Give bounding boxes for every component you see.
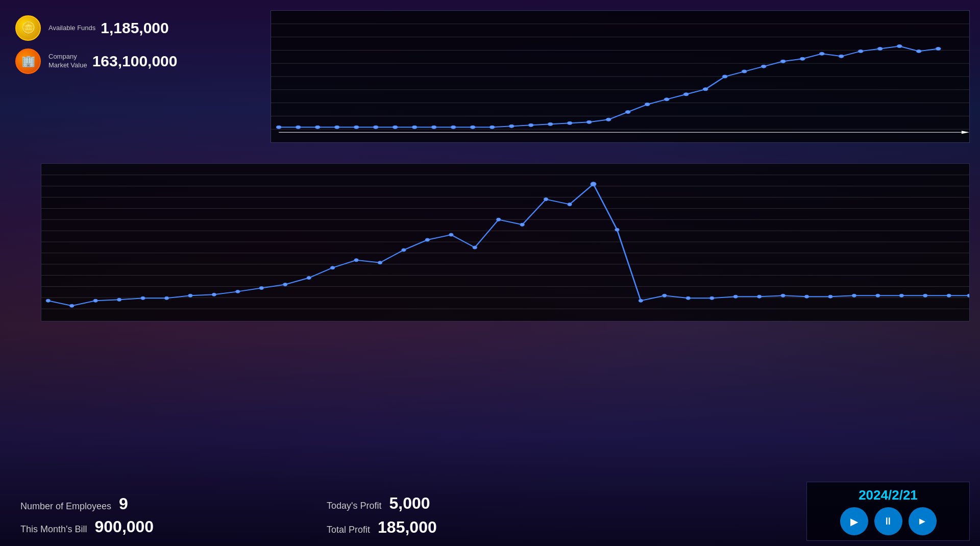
svg-point-40 bbox=[839, 55, 844, 58]
svg-point-19 bbox=[432, 126, 436, 129]
svg-point-97 bbox=[947, 294, 951, 297]
next-icon: ► bbox=[917, 515, 927, 527]
svg-point-38 bbox=[800, 57, 805, 60]
svg-point-65 bbox=[188, 294, 192, 297]
svg-point-89 bbox=[757, 295, 762, 298]
svg-point-28 bbox=[606, 118, 611, 121]
bottom-right-panel: 2024/2/21 ▶ ⏸ ► bbox=[806, 482, 970, 541]
svg-point-44 bbox=[917, 49, 921, 53]
svg-point-81 bbox=[568, 203, 572, 206]
svg-point-70 bbox=[307, 277, 311, 280]
todays-profit-label: Today's Profit bbox=[327, 501, 381, 511]
next-button[interactable]: ► bbox=[909, 507, 937, 535]
svg-point-64 bbox=[165, 296, 169, 300]
svg-point-95 bbox=[899, 294, 903, 297]
total-profit-row: Total Profit 185,000 bbox=[327, 518, 531, 537]
market-value-content: CompanyMarket Value 163,100,000 bbox=[48, 53, 177, 70]
employees-value: 9 bbox=[119, 494, 128, 513]
svg-point-79 bbox=[520, 223, 524, 226]
svg-point-92 bbox=[828, 295, 832, 298]
employees-label: Number of Employees bbox=[20, 501, 111, 512]
company-market-value: 163,100,000 bbox=[92, 53, 178, 70]
svg-point-42 bbox=[878, 47, 883, 50]
monthly-bill-row: This Month's Bill 900,000 bbox=[20, 517, 225, 536]
top-left-panel: 🪙 Available Funds 1,185,000 🏢 CompanyMar… bbox=[10, 10, 260, 87]
svg-point-98 bbox=[967, 294, 969, 297]
svg-point-94 bbox=[876, 294, 880, 297]
svg-point-35 bbox=[742, 70, 747, 73]
svg-point-13 bbox=[315, 126, 320, 129]
control-buttons: ▶ ⏸ ► bbox=[840, 507, 937, 535]
top-chart-svg bbox=[271, 11, 969, 142]
svg-point-61 bbox=[93, 299, 97, 302]
svg-point-69 bbox=[283, 283, 287, 286]
svg-point-16 bbox=[374, 126, 378, 129]
todays-profit-row: Today's Profit 5,000 bbox=[327, 494, 531, 513]
svg-point-41 bbox=[859, 49, 863, 53]
svg-marker-10 bbox=[962, 131, 969, 134]
svg-point-68 bbox=[259, 286, 263, 289]
svg-point-96 bbox=[923, 294, 927, 297]
coin-orange-icon: 🏢 bbox=[15, 48, 41, 74]
svg-point-66 bbox=[212, 293, 216, 296]
pause-icon: ⏸ bbox=[883, 515, 893, 527]
bottom-chart-svg bbox=[41, 164, 969, 321]
svg-point-12 bbox=[296, 126, 301, 129]
svg-point-29 bbox=[626, 110, 630, 113]
svg-point-34 bbox=[723, 75, 727, 78]
pause-button[interactable]: ⏸ bbox=[874, 507, 902, 535]
svg-point-60 bbox=[70, 304, 74, 307]
svg-point-17 bbox=[393, 126, 398, 129]
svg-point-84 bbox=[639, 299, 643, 302]
svg-point-85 bbox=[663, 294, 667, 297]
monthly-bill-label: This Month's Bill bbox=[20, 524, 87, 535]
svg-point-15 bbox=[354, 126, 359, 129]
svg-point-83 bbox=[615, 228, 619, 231]
market-value-row: 🏢 CompanyMarket Value 163,100,000 bbox=[15, 48, 255, 74]
svg-point-59 bbox=[46, 299, 50, 302]
bottom-left-stats: Number of Employees 9 This Month's Bill … bbox=[20, 494, 225, 536]
svg-point-23 bbox=[509, 125, 514, 128]
svg-point-18 bbox=[412, 126, 417, 129]
play-icon: ▶ bbox=[850, 515, 858, 528]
svg-point-77 bbox=[473, 246, 477, 249]
svg-point-72 bbox=[354, 259, 358, 262]
available-funds-row: 🪙 Available Funds 1,185,000 bbox=[15, 15, 255, 41]
svg-point-67 bbox=[236, 290, 240, 293]
svg-point-39 bbox=[820, 52, 824, 55]
svg-point-63 bbox=[141, 296, 145, 300]
svg-point-82 bbox=[591, 182, 596, 186]
svg-point-36 bbox=[762, 65, 766, 68]
available-funds-value: 1,185,000 bbox=[101, 19, 168, 37]
coin-gold-icon: 🪙 bbox=[15, 15, 41, 41]
employees-row: Number of Employees 9 bbox=[20, 494, 225, 513]
total-profit-label: Total Profit bbox=[327, 525, 370, 535]
total-profit-value: 185,000 bbox=[378, 518, 437, 537]
svg-point-43 bbox=[897, 44, 902, 47]
todays-profit-value: 5,000 bbox=[389, 494, 430, 513]
svg-point-25 bbox=[548, 122, 553, 126]
svg-point-14 bbox=[335, 126, 339, 129]
svg-point-73 bbox=[378, 261, 382, 264]
company-market-label: CompanyMarket Value bbox=[48, 53, 87, 70]
svg-point-75 bbox=[425, 238, 429, 241]
svg-point-22 bbox=[490, 126, 495, 129]
svg-point-45 bbox=[936, 47, 941, 50]
svg-point-91 bbox=[805, 295, 809, 298]
svg-point-74 bbox=[402, 249, 406, 252]
top-chart-panel bbox=[271, 10, 970, 143]
date-display: 2024/2/21 bbox=[859, 487, 918, 503]
play-button[interactable]: ▶ bbox=[840, 507, 868, 535]
svg-point-27 bbox=[587, 120, 592, 123]
svg-point-11 bbox=[277, 126, 281, 129]
svg-point-78 bbox=[497, 218, 501, 221]
svg-point-26 bbox=[568, 121, 572, 125]
svg-point-93 bbox=[852, 294, 856, 297]
svg-point-33 bbox=[703, 88, 708, 91]
svg-point-87 bbox=[710, 296, 714, 300]
svg-point-24 bbox=[529, 123, 533, 127]
svg-point-31 bbox=[665, 98, 669, 101]
svg-point-62 bbox=[117, 298, 121, 301]
svg-point-30 bbox=[645, 103, 650, 106]
svg-point-32 bbox=[684, 93, 689, 96]
